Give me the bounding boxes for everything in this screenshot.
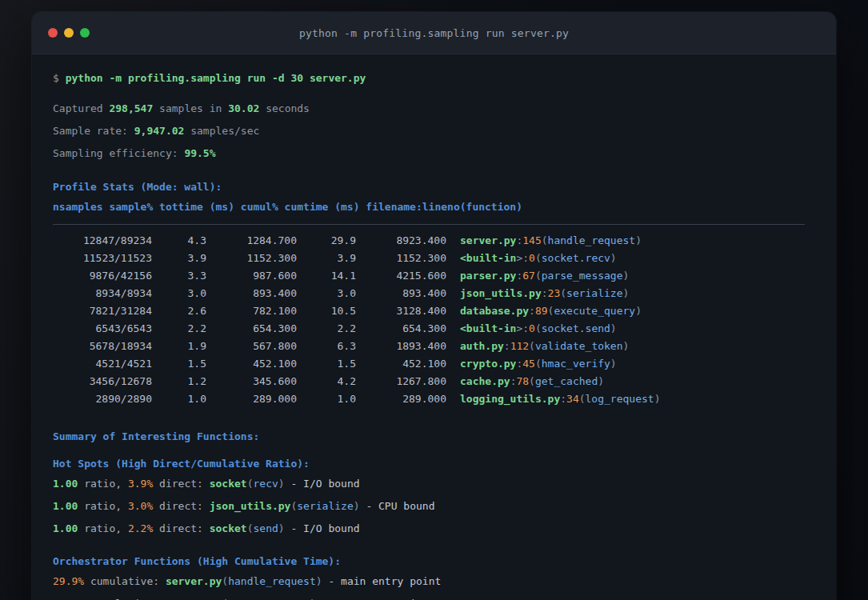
open-paren: ( <box>222 598 228 600</box>
cumul-pct-cell: 1.5 <box>297 358 356 370</box>
module-text: socket <box>210 478 247 490</box>
table-row: 3456/12678 1.2 345.600 4.2 1267.800 cach… <box>53 372 815 390</box>
filename-text: server.py <box>460 234 516 246</box>
function-name-text: handle_request <box>548 234 636 246</box>
table-row: 7821/31284 2.6 782.100 10.5 3128.400 dat… <box>53 302 815 319</box>
ratio-label: ratio, <box>84 522 122 534</box>
tottime-cell: 782.100 <box>206 305 297 317</box>
profile-stats-title: Profile Stats (Mode: wall): <box>53 175 815 198</box>
cumulative-label: cumulative: <box>90 575 159 587</box>
terminal-window: python -m profiling.sampling run server.… <box>32 12 836 600</box>
cumtime-cell: 893.400 <box>356 287 446 299</box>
ratio-value: 1.00 <box>53 522 78 534</box>
close-paren: ) <box>623 340 630 352</box>
nsamples-cell: 3456/12678 <box>53 375 152 387</box>
nsamples-cell: 4521/4521 <box>53 358 152 370</box>
tottime-cell: 1152.300 <box>206 252 297 264</box>
sample-pct-cell: 3.3 <box>152 270 206 282</box>
table-row: 9876/42156 3.3 987.600 14.1 4215.600 par… <box>53 266 815 284</box>
hot-spot-item: 1.00 ratio, 2.2% direct: socket(send) - … <box>53 517 815 539</box>
cumul-pct-cell: 10.5 <box>297 305 356 317</box>
title-bar[interactable]: python -m profiling.sampling run server.… <box>32 12 836 54</box>
cumtime-cell: 3128.400 <box>356 305 446 317</box>
bound-note: - I/O bound <box>290 522 359 534</box>
open-paren: ( <box>535 270 542 282</box>
function-name-text: log_request <box>586 393 654 405</box>
captured-mid-label: samples in <box>159 102 222 114</box>
function-name-text: serialize <box>566 287 622 299</box>
function-cell: cache.py:78(get_cached) <box>446 375 815 387</box>
tottime-cell: 1284.700 <box>206 234 297 246</box>
close-paren: ) <box>623 270 630 282</box>
filename-text: <built-in <box>460 252 516 264</box>
separator-text: : <box>542 287 548 299</box>
cumtime-cell: 1267.800 <box>356 375 446 387</box>
nsamples-cell: 12847/89234 <box>53 234 152 246</box>
function-cell: logging_utils.py:34(log_request) <box>446 393 815 405</box>
open-paren: ( <box>529 375 535 387</box>
tottime-cell: 452.100 <box>206 358 297 370</box>
function-cell: <built-in>:0(socket.recv) <box>446 252 815 264</box>
ratio-value: 1.00 <box>53 500 78 512</box>
tottime-cell: 987.600 <box>206 270 297 282</box>
cumul-pct-cell: 3.0 <box>297 287 356 299</box>
minimize-button-icon[interactable] <box>64 28 74 38</box>
close-paren: ) <box>654 393 661 405</box>
cumul-pct-cell: 29.9 <box>297 234 356 246</box>
direct-label: direct: <box>159 500 203 512</box>
tottime-cell: 289.000 <box>206 393 297 405</box>
cumtime-cell: 654.300 <box>356 322 446 334</box>
orchestrator-item: 14.1% cumulative: parser.py(parse_messag… <box>53 592 815 600</box>
nsamples-cell: 7821/31284 <box>53 305 152 317</box>
nsamples-cell: 6543/6543 <box>53 322 152 334</box>
table-divider <box>53 224 805 225</box>
close-paren: ) <box>623 287 630 299</box>
table-row: 8934/8934 3.0 893.400 3.0 893.400 json_u… <box>53 284 815 302</box>
table-row: 11523/11523 3.9 1152.300 3.9 1152.300 <b… <box>53 249 815 266</box>
ratio-label: ratio, <box>84 500 122 512</box>
profile-table: 12847/89234 4.3 1284.700 29.9 8923.400 s… <box>53 231 815 407</box>
lineno-text: 34 <box>566 393 579 405</box>
table-row: 12847/89234 4.3 1284.700 29.9 8923.400 s… <box>53 231 815 249</box>
hot-spots-list: 1.00 ratio, 3.9% direct: socket(recv) - … <box>53 472 815 539</box>
terminal-content[interactable]: $ python -m profiling.sampling run -d 30… <box>32 66 836 600</box>
sample-pct-cell: 4.3 <box>152 234 206 246</box>
orchestrator-list: 29.9% cumulative: server.py(handle_reque… <box>53 570 815 600</box>
module-text: parser.py <box>166 598 222 600</box>
cumtime-cell: 452.100 <box>356 358 446 370</box>
ratio-label: ratio, <box>84 478 122 490</box>
efficiency-line: Sampling efficiency: 99.5% <box>53 142 815 164</box>
cumtime-cell: 1152.300 <box>356 252 446 264</box>
separator-text: >: <box>516 252 529 264</box>
hot-spots-title: Hot Spots (High Direct/Cumulative Ratio)… <box>53 452 815 474</box>
ratio-value: 1.00 <box>53 478 78 490</box>
filename-text: json_utils.py <box>460 287 542 299</box>
separator-text: : <box>529 305 535 317</box>
separator-text: : <box>560 393 566 405</box>
captured-line: Captured 298,547 samples in 30.02 second… <box>53 97 815 119</box>
cumulative-pct-value: 29.9% <box>53 575 84 587</box>
open-paren: ( <box>247 522 254 534</box>
separator-text: : <box>504 340 510 352</box>
nsamples-cell: 5678/18934 <box>53 340 152 352</box>
filename-text: crypto.py <box>460 358 516 370</box>
rate-label: Sample rate: <box>53 125 128 137</box>
function-name-text: hmac_verify <box>542 358 610 370</box>
function-name-text: serialize <box>297 500 353 512</box>
close-button-icon[interactable] <box>48 28 58 38</box>
open-paren: ( <box>560 287 566 299</box>
bound-note: - I/O bound <box>290 478 359 490</box>
lineno-text: 0 <box>529 322 535 334</box>
bound-note: - CPU bound <box>366 500 434 512</box>
efficiency-value: 99.5% <box>184 147 215 159</box>
sample-pct-cell: 3.0 <box>152 287 206 299</box>
direct-label: direct: <box>159 478 203 490</box>
function-name-text: handle_request <box>228 575 316 587</box>
nsamples-cell: 9876/42156 <box>53 270 152 282</box>
close-paren: ) <box>610 322 617 334</box>
lineno-text: 45 <box>522 358 535 370</box>
cumtime-cell: 8923.400 <box>356 234 446 246</box>
function-name-text: get_cached <box>535 375 598 387</box>
maximize-button-icon[interactable] <box>80 28 90 38</box>
lineno-text: 23 <box>548 287 561 299</box>
